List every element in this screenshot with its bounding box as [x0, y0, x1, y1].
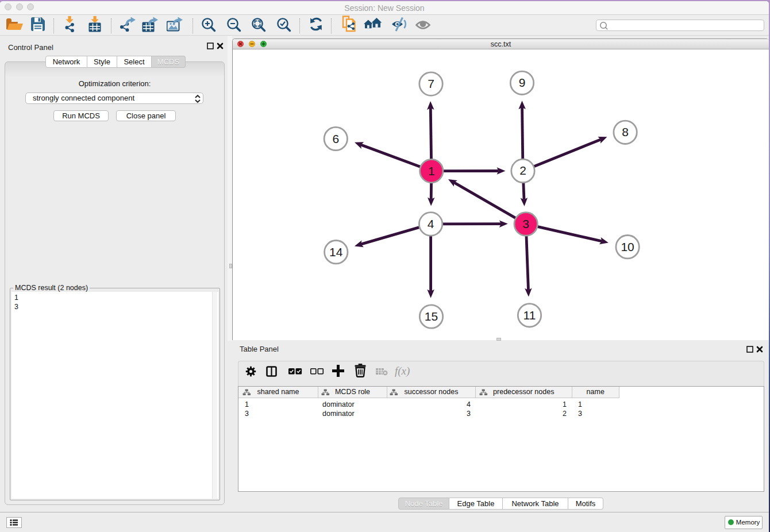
svg-text:15: 15: [425, 310, 438, 323]
svg-text:10: 10: [621, 240, 634, 253]
svg-text:1: 1: [428, 164, 435, 178]
svg-text:11: 11: [523, 309, 536, 322]
svg-text:4: 4: [428, 217, 434, 230]
svg-text:7: 7: [428, 77, 434, 90]
svg-text:3: 3: [522, 217, 529, 230]
svg-text:9: 9: [519, 76, 526, 89]
svg-text:8: 8: [622, 125, 629, 138]
svg-text:6: 6: [332, 132, 339, 145]
svg-text:14: 14: [329, 245, 343, 259]
svg-text:2: 2: [519, 164, 526, 177]
